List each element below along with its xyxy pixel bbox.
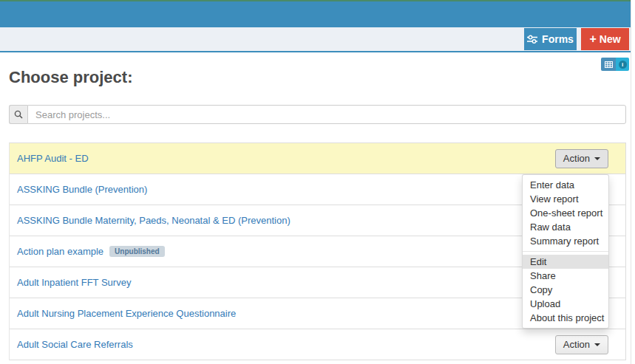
forms-button[interactable]: Forms [524, 28, 577, 50]
action-dropdown-menu: Enter dataView reportOne-sheet reportRaw… [522, 174, 609, 329]
new-button[interactable]: + New [581, 28, 629, 50]
header-bar [0, 1, 631, 27]
sliders-icon [527, 35, 537, 44]
menu-item-copy[interactable]: Copy [523, 283, 608, 297]
search-bar [9, 105, 626, 124]
menu-item-summary-report[interactable]: Summary report [523, 234, 608, 248]
info-icon: i [619, 61, 627, 69]
project-link[interactable]: AHFP Audit - ED [17, 153, 89, 164]
project-link[interactable]: Adult Nursing Placement Experience Quest… [17, 308, 236, 319]
menu-item-view-report[interactable]: View report [523, 192, 608, 206]
caret-down-icon [594, 343, 600, 346]
project-link[interactable]: Adult Inpatient FFT Survey [17, 277, 131, 288]
menu-item-enter-data[interactable]: Enter data [523, 178, 608, 192]
new-button-label: New [600, 33, 621, 45]
menu-item-edit[interactable]: Edit [523, 255, 608, 269]
caret-down-icon [594, 157, 600, 160]
search-icon [9, 105, 27, 124]
plus-icon: + [589, 33, 596, 45]
project-link[interactable]: Action plan example [17, 246, 103, 257]
info-button[interactable]: i [616, 58, 629, 71]
table-row[interactable]: AHFP Audit - ED Action [10, 143, 625, 174]
menu-item-upload[interactable]: Upload [523, 297, 608, 311]
table-row[interactable]: Adult Social Care Referrals Action [10, 329, 625, 360]
project-link[interactable]: Adult Social Care Referrals [17, 339, 133, 350]
forms-button-label: Forms [542, 33, 574, 45]
view-toggle-group: i [601, 58, 629, 71]
project-link[interactable]: ASSKING Bundle Maternity, Paeds, Neonata… [17, 215, 291, 226]
search-input[interactable] [27, 105, 626, 124]
action-button-label: Action [563, 153, 590, 164]
action-button[interactable]: Action [555, 149, 608, 168]
menu-item-about-this-project[interactable]: About this project [523, 311, 608, 325]
action-button-label: Action [563, 339, 590, 350]
project-link[interactable]: ASSKING Bundle (Prevention) [17, 184, 147, 195]
menu-item-one-sheet-report[interactable]: One-sheet report [523, 206, 608, 220]
grid-icon [605, 61, 613, 68]
scrollbar-gutter[interactable] [631, 0, 635, 364]
status-badge: Unpublished [109, 246, 165, 257]
menu-divider [523, 251, 608, 252]
action-button[interactable]: Action [555, 335, 608, 354]
grid-view-button[interactable] [601, 58, 616, 71]
page-title: Choose project: [9, 68, 132, 87]
menu-item-raw-data[interactable]: Raw data [523, 220, 608, 234]
menu-item-share[interactable]: Share [523, 269, 608, 283]
